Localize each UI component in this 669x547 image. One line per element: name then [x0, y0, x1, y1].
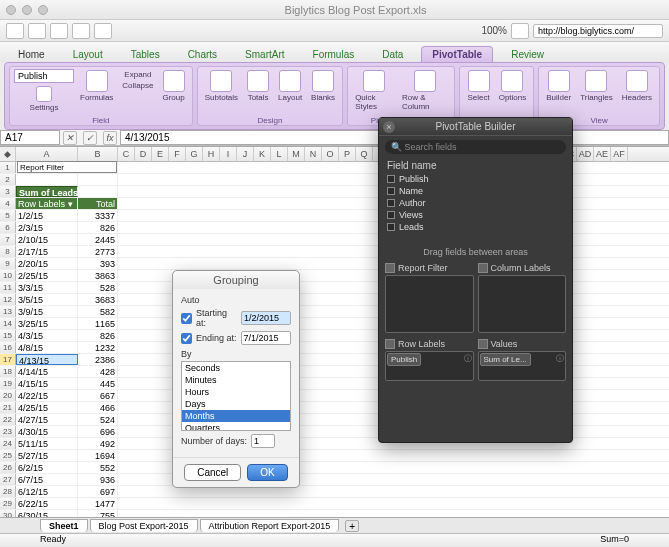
col-header-O[interactable]: O — [322, 147, 339, 161]
cell-B21[interactable]: 466 — [78, 402, 118, 413]
add-sheet-icon[interactable]: + — [345, 520, 359, 532]
zoom-window-icon[interactable] — [38, 5, 48, 15]
cell-A14[interactable]: 3/25/15 — [16, 318, 78, 329]
row-header-18[interactable]: 18 — [0, 366, 16, 377]
row-header-28[interactable]: 28 — [0, 486, 16, 497]
cell-A15[interactable]: 4/3/15 — [16, 330, 78, 341]
row-header-5[interactable]: 5 — [0, 210, 16, 221]
active-field-input[interactable] — [14, 69, 74, 83]
help-icon[interactable] — [511, 23, 529, 39]
tab-formulas[interactable]: Formulas — [303, 47, 365, 62]
cell-A11[interactable]: 3/3/15 — [16, 282, 78, 293]
cell-B25[interactable]: 1694 — [78, 450, 118, 461]
cell-A28[interactable]: 6/12/15 — [16, 486, 78, 497]
row-header-20[interactable]: 20 — [0, 390, 16, 401]
row-header-14[interactable]: 14 — [0, 318, 16, 329]
row-header-8[interactable]: 8 — [0, 246, 16, 257]
layout-button[interactable]: Layout — [275, 69, 305, 103]
search-fields-input[interactable]: 🔍 Search fields — [385, 140, 566, 154]
blanks-button[interactable]: Blanks — [308, 69, 338, 103]
row-header-19[interactable]: 19 — [0, 378, 16, 389]
row-header-6[interactable]: 6 — [0, 222, 16, 233]
row-header-16[interactable]: 16 — [0, 342, 16, 353]
col-header-G[interactable]: G — [186, 147, 203, 161]
tab-layout[interactable]: Layout — [63, 47, 113, 62]
field-list[interactable]: PublishNameAuthorViewsLeads — [379, 173, 572, 243]
cell-A21[interactable]: 4/25/15 — [16, 402, 78, 413]
field-item-publish[interactable]: Publish — [387, 173, 564, 185]
by-listbox[interactable]: SecondsMinutesHoursDaysMonthsQuartersYea… — [181, 361, 291, 431]
cell-B17[interactable]: 2386 — [78, 354, 118, 365]
field-settings-button[interactable]: Settings — [14, 85, 74, 113]
cell-B13[interactable]: 582 — [78, 306, 118, 317]
field-label[interactable]: Leads — [399, 222, 424, 232]
cell-B12[interactable]: 3683 — [78, 294, 118, 305]
cancel-button[interactable]: Cancel — [184, 464, 241, 481]
col-header-E[interactable]: E — [152, 147, 169, 161]
group-button[interactable]: Group — [159, 69, 187, 103]
row-header-15[interactable]: 15 — [0, 330, 16, 341]
cell-A10[interactable]: 2/25/15 — [16, 270, 78, 281]
cell-A25[interactable]: 5/27/15 — [16, 450, 78, 461]
col-header-AD[interactable]: AD — [577, 147, 594, 161]
col-header-Q[interactable]: Q — [356, 147, 373, 161]
cell-B29[interactable]: 1477 — [78, 498, 118, 509]
sheet-tab-attribution[interactable]: Attribution Report Export-2015 — [200, 519, 340, 532]
by-option-minutes[interactable]: Minutes — [182, 374, 290, 386]
cell-A18[interactable]: 4/14/15 — [16, 366, 78, 377]
enter-fx-icon[interactable]: ✓ — [83, 131, 97, 145]
row-header-7[interactable]: 7 — [0, 234, 16, 245]
field-label[interactable]: Publish — [399, 174, 429, 184]
info-icon[interactable]: ⓘ — [556, 353, 564, 364]
cell-A29[interactable]: 6/22/15 — [16, 498, 78, 509]
row-header-21[interactable]: 21 — [0, 402, 16, 413]
cell-A8[interactable]: 2/17/15 — [16, 246, 78, 257]
cell-B20[interactable]: 667 — [78, 390, 118, 401]
subtotals-button[interactable]: Subtotals — [202, 69, 241, 103]
cell-B24[interactable]: 492 — [78, 438, 118, 449]
close-icon[interactable]: × — [383, 121, 395, 133]
col-header-D[interactable]: D — [135, 147, 152, 161]
col-header-N[interactable]: N — [305, 147, 322, 161]
field-label[interactable]: Name — [399, 186, 423, 196]
cell-B22[interactable]: 524 — [78, 414, 118, 425]
tab-charts[interactable]: Charts — [178, 47, 227, 62]
cell-B27[interactable]: 936 — [78, 474, 118, 485]
cell-B19[interactable]: 445 — [78, 378, 118, 389]
cell-B9[interactable]: 393 — [78, 258, 118, 269]
row-header-24[interactable]: 24 — [0, 438, 16, 449]
cell-B15[interactable]: 826 — [78, 330, 118, 341]
tab-review[interactable]: Review — [501, 47, 554, 62]
field-checkbox-views[interactable] — [387, 211, 395, 219]
cell-B16[interactable]: 1232 — [78, 342, 118, 353]
undo-icon[interactable] — [28, 23, 46, 39]
url-field[interactable] — [533, 24, 663, 38]
cell-A2[interactable] — [16, 174, 78, 185]
cell-A26[interactable]: 6/2/15 — [16, 462, 78, 473]
row-header-12[interactable]: 12 — [0, 294, 16, 305]
cell-B7[interactable]: 2445 — [78, 234, 118, 245]
field-checkbox-author[interactable] — [387, 199, 395, 207]
triangles-button[interactable]: Triangles — [577, 69, 616, 103]
value-pill-sumleads[interactable]: Sum of Le... — [480, 353, 531, 366]
cell-A23[interactable]: 4/30/15 — [16, 426, 78, 437]
cell-B10[interactable]: 3863 — [78, 270, 118, 281]
name-box[interactable] — [0, 130, 60, 145]
options-button[interactable]: Options — [496, 69, 530, 103]
pivot-rowlabels-header[interactable]: Row Labels ▾ — [16, 198, 78, 209]
sheet-tab-sheet1[interactable]: Sheet1 — [40, 519, 88, 532]
field-item-name[interactable]: Name — [387, 185, 564, 197]
by-option-hours[interactable]: Hours — [182, 386, 290, 398]
tab-home[interactable]: Home — [8, 47, 55, 62]
row-pill-publish[interactable]: Publish — [387, 353, 421, 366]
col-header-H[interactable]: H — [203, 147, 220, 161]
collapse-button[interactable]: Collapse — [119, 80, 156, 91]
formulas-button[interactable]: Formulas — [77, 69, 116, 103]
field-checkbox-publish[interactable] — [387, 175, 395, 183]
row-header-11[interactable]: 11 — [0, 282, 16, 293]
ok-button[interactable]: OK — [247, 464, 287, 481]
col-header-L[interactable]: L — [271, 147, 288, 161]
col-header-K[interactable]: K — [254, 147, 271, 161]
col-header-F[interactable]: F — [169, 147, 186, 161]
field-label[interactable]: Author — [399, 198, 426, 208]
